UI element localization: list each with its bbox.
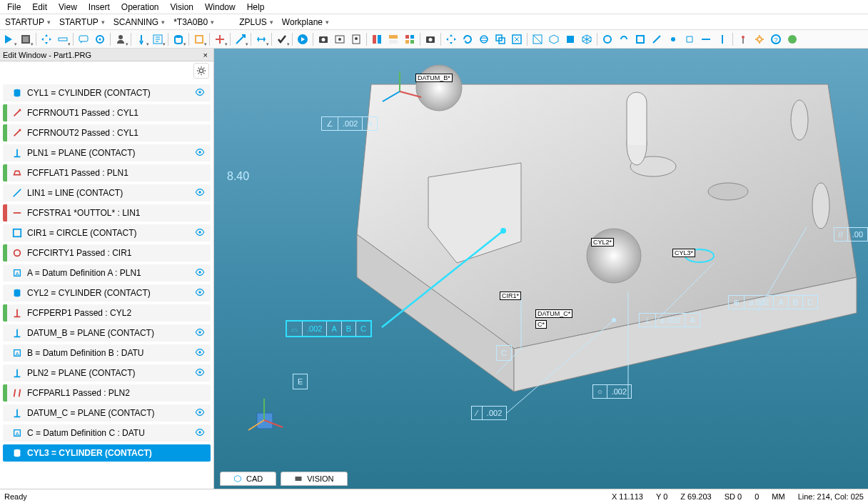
- view-layout3-button[interactable]: [402, 31, 418, 47]
- readpoint-button[interactable]: [92, 31, 108, 47]
- align-button[interactable]: ▾: [212, 31, 228, 47]
- view-layout1-button[interactable]: [369, 31, 385, 47]
- tip-dropdown[interactable]: *T3A0B0▾: [170, 15, 234, 29]
- visibility-toggle[interactable]: [193, 147, 206, 159]
- tree-node[interactable]: FCFPARL1 Passed : PLN2: [3, 384, 211, 402]
- menu-help[interactable]: Help: [243, 1, 269, 14]
- tree-node[interactable]: AA = Datum Definition A : PLN1: [3, 264, 211, 282]
- rotate3d-button[interactable]: [476, 31, 492, 47]
- tree-node[interactable]: CIR1 = CIRCLE (CONTACT): [3, 224, 211, 241]
- tag-cyl2[interactable]: CYL2*: [591, 238, 614, 246]
- fcf-perpendicularity[interactable]: ⊥ ⌀.002 A: [639, 313, 700, 327]
- tag-datum-c[interactable]: DATUM_C*: [535, 309, 572, 318]
- comment-button[interactable]: [76, 31, 91, 47]
- tree-node[interactable]: FCFCIRTY1 Passed : CIR1: [3, 244, 211, 262]
- opt1-button[interactable]: [600, 31, 615, 47]
- probe-button[interactable]: ▾: [133, 31, 149, 47]
- panel-settings-button[interactable]: [193, 63, 209, 79]
- fcf-angularity[interactable]: ∠ .002 A: [321, 116, 378, 131]
- pan-button[interactable]: [443, 31, 459, 47]
- opt3-button[interactable]: [632, 31, 648, 47]
- tree-node[interactable]: PLN1 = PLANE (CONTACT): [3, 144, 211, 161]
- view-top-button[interactable]: [530, 31, 545, 47]
- help-button[interactable]: ?: [768, 31, 784, 47]
- mode-arrow-button[interactable]: ▾: [1, 31, 17, 47]
- capture-viewport-button[interactable]: [332, 31, 348, 47]
- tree-node[interactable]: CYL1 = CYLINDER (CONTACT): [3, 84, 211, 101]
- tree-node[interactable]: FCFSTRA1 *OUTTOL* : LIN1: [3, 204, 211, 221]
- tree-node[interactable]: CYL2 = CYLINDER (CONTACT): [3, 284, 211, 302]
- settings-button[interactable]: [752, 31, 767, 47]
- operator-button[interactable]: ▾: [113, 31, 128, 47]
- visibility-toggle[interactable]: [193, 447, 206, 459]
- clip-button[interactable]: ▾: [191, 31, 207, 47]
- tree-node[interactable]: CYL3 = CYLINDER (CONTACT): [3, 444, 211, 462]
- opt4-button[interactable]: [649, 31, 665, 47]
- move-button[interactable]: [39, 31, 54, 47]
- fcf-runout[interactable]: ⁄ .002: [471, 406, 507, 420]
- profile2-dropdown[interactable]: STARTUP▾: [56, 15, 108, 29]
- tree-node[interactable]: FCFRNOUT2 Passed : CYL1: [3, 124, 211, 141]
- camera2-button[interactable]: [423, 31, 438, 47]
- tag-cir1[interactable]: CIR1*: [500, 292, 521, 300]
- visibility-toggle[interactable]: [193, 227, 206, 239]
- tab-cad[interactable]: CAD: [220, 472, 276, 486]
- view-iso-button[interactable]: [546, 31, 562, 47]
- visibility-toggle[interactable]: [193, 187, 206, 199]
- fcf-parallelism[interactable]: // .00: [834, 227, 868, 241]
- opt8-button[interactable]: [715, 31, 730, 47]
- tab-vision[interactable]: VISION: [281, 472, 347, 486]
- datum-c-frame[interactable]: C: [496, 345, 512, 361]
- program-button[interactable]: ▾: [150, 31, 166, 47]
- menu-operation[interactable]: Operation: [117, 1, 163, 14]
- tag-c[interactable]: C*: [535, 320, 547, 329]
- view-layout2-button[interactable]: [385, 31, 401, 47]
- view-wire-button[interactable]: [579, 31, 595, 47]
- menu-window[interactable]: Window: [201, 1, 240, 14]
- tree-node[interactable]: DATUM_C = PLANE (CONTACT): [3, 404, 211, 422]
- tree-node[interactable]: FCFRNOUT1 Passed : CYL1: [3, 104, 211, 121]
- visibility-toggle[interactable]: [193, 87, 206, 99]
- workplane-dropdown[interactable]: Workplane▾: [278, 15, 350, 29]
- fit-button[interactable]: [509, 31, 525, 47]
- zoom-button[interactable]: [493, 31, 508, 47]
- globe-button[interactable]: [784, 31, 800, 47]
- panel-close-button[interactable]: ×: [201, 51, 211, 59]
- visibility-toggle[interactable]: [193, 427, 206, 439]
- tree-node[interactable]: LIN1 = LINE (CONTACT): [3, 184, 211, 201]
- tree-node[interactable]: AB = Datum Definition B : DATU: [3, 344, 211, 362]
- visibility-toggle[interactable]: [193, 327, 206, 339]
- capture-report-button[interactable]: [348, 31, 364, 47]
- opt5-button[interactable]: [665, 31, 681, 47]
- probe-comp-button[interactable]: [735, 31, 751, 47]
- visibility-toggle[interactable]: [193, 267, 206, 279]
- tree-node[interactable]: FCFPERP1 Passed : CYL2: [3, 304, 211, 322]
- fcf-circularity[interactable]: ○ .002: [592, 384, 632, 399]
- opt2-button[interactable]: [616, 31, 632, 47]
- menu-file[interactable]: File: [3, 1, 25, 14]
- tag-cyl3[interactable]: CYL3*: [672, 249, 695, 257]
- tree-node[interactable]: AC = Datum Definition C : DATU: [3, 424, 211, 442]
- mode-dropdown[interactable]: SCANNING▾: [110, 15, 168, 29]
- play-button[interactable]: [295, 31, 311, 47]
- opt7-button[interactable]: [698, 31, 714, 47]
- rotate2d-button[interactable]: [460, 31, 475, 47]
- visibility-toggle[interactable]: [193, 287, 206, 299]
- construct-button[interactable]: ▾: [233, 31, 248, 47]
- fcf-profile-selected[interactable]: ⌓ .002 A B C: [286, 320, 372, 337]
- visibility-toggle[interactable]: [193, 407, 206, 419]
- visibility-toggle[interactable]: [193, 347, 206, 359]
- cad-viewport[interactable]: 8.40 ∠ .002 A ⌓ .002 A B C E ⁄ .002 ○ .0…: [214, 49, 868, 489]
- database-button[interactable]: ▾: [171, 31, 186, 47]
- tag-datum-b[interactable]: DATUM_B*: [415, 74, 453, 82]
- opt6-button[interactable]: [682, 31, 697, 47]
- tree-node[interactable]: FCFFLAT1 Passed : PLN1: [3, 164, 211, 181]
- datum-e-frame[interactable]: E: [293, 374, 308, 389]
- view-front-button[interactable]: [562, 31, 578, 47]
- snapshot-button[interactable]: [316, 31, 331, 47]
- plane-dropdown[interactable]: ZPLUS▾: [236, 15, 277, 29]
- tree-node[interactable]: PLN2 = PLANE (CONTACT): [3, 364, 211, 382]
- menu-edit[interactable]: Edit: [28, 1, 51, 14]
- fcf-position[interactable]: ⊕ ⌀.002 A B C: [728, 295, 818, 309]
- clearance-button[interactable]: ▾: [55, 31, 71, 47]
